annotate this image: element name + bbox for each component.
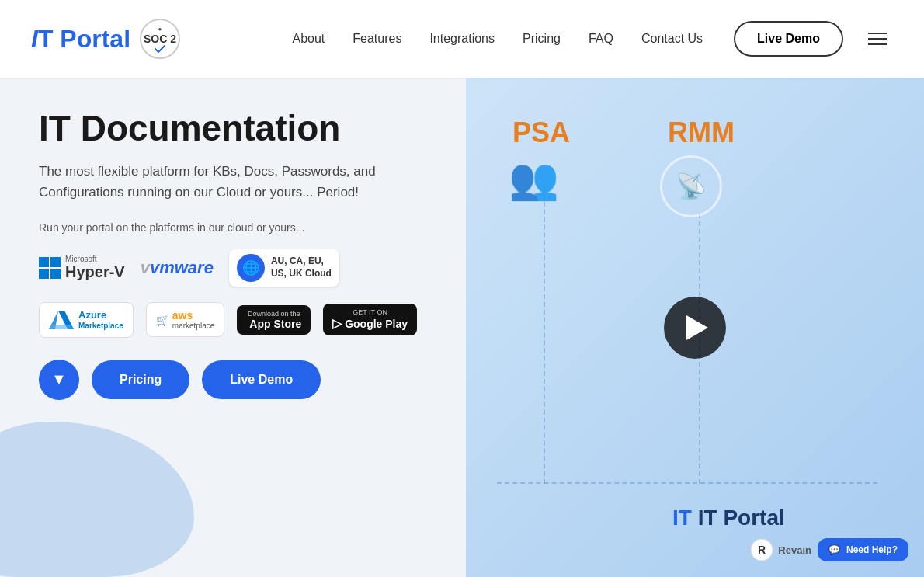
rmm-broadcast-icon: 📡	[660, 155, 722, 217]
hyperv-label: Hyper-V	[65, 263, 125, 280]
logo-i: I	[31, 25, 38, 53]
logo-area: IT Portal ● SOC 2	[31, 19, 180, 59]
hyperv-logo: Microsoft Hyper-V	[39, 255, 125, 280]
nav-integrations[interactable]: Integrations	[429, 32, 495, 46]
globe-cloud-badge: 🌐 AU, CA, EU,US, UK Cloud	[229, 249, 339, 287]
play-triangle-icon	[686, 315, 708, 340]
vmware-logo: vvmware	[141, 258, 214, 278]
googleplay-label: Google Play	[345, 318, 408, 330]
revain-widget: R Revain 💬 Need Help?	[750, 538, 908, 561]
revain-logo-area: R Revain	[750, 538, 811, 561]
svg-marker-2	[49, 325, 74, 329]
watermark-it: IT	[672, 506, 698, 530]
dashed-line-horizontal	[497, 482, 877, 484]
cta-buttons: ▼ Pricing Live Demo	[39, 360, 435, 400]
header-wrapper: IT Portal ● SOC 2 About Features Integra…	[0, 0, 924, 78]
revain-chat-widget: R Revain 💬 Need Help?	[750, 538, 908, 561]
hamburger-menu[interactable]	[862, 26, 893, 51]
header: IT Portal ● SOC 2 About Features Integra…	[0, 0, 924, 78]
win-q1	[39, 257, 49, 267]
appstore-big-text: App Store	[246, 318, 301, 330]
hamburger-line-2	[868, 38, 887, 40]
appstore-small-text: Download on the	[248, 310, 300, 318]
nav-contact[interactable]: Contact Us	[641, 32, 703, 46]
chat-bubble-text: Need Help?	[846, 544, 898, 555]
pricing-button[interactable]: Pricing	[92, 360, 189, 399]
googleplay-big-text: ▷ Google Play	[332, 316, 408, 331]
aws-text: aws marketplace	[172, 309, 214, 330]
aws-cart-icon: 🛒	[156, 314, 169, 326]
hyperv-text: Microsoft Hyper-V	[65, 255, 125, 280]
soc2-badge: ● SOC 2	[140, 19, 180, 59]
nav-features[interactable]: Features	[353, 32, 401, 46]
googleplay-small-text: GET IT ON	[353, 308, 387, 316]
chat-message-icon: 💬	[828, 544, 840, 555]
hyperv-microsoft: Microsoft	[65, 255, 125, 263]
live-demo-button[interactable]: Live Demo	[202, 360, 321, 399]
win-q3	[39, 269, 49, 279]
vmware-rest: vmware	[150, 258, 214, 277]
appstore-badge[interactable]: Download on the App Store	[237, 305, 311, 335]
marketplace-logos-row2: Azure Marketplace 🛒 aws marketplace Down…	[39, 302, 435, 338]
globe-icon: 🌐	[237, 254, 265, 282]
revain-label: Revain	[778, 544, 811, 556]
psa-people-icon: 👥	[509, 155, 559, 203]
scroll-down-button[interactable]: ▼	[39, 360, 79, 400]
logo-text: IT Portal	[31, 25, 130, 54]
win-q2	[50, 257, 61, 267]
azure-top: Azure	[78, 309, 123, 322]
soc2-checkmark	[155, 45, 165, 53]
globe-text: AU, CA, EU,US, UK Cloud	[271, 255, 332, 280]
chat-bubble[interactable]: 💬 Need Help?	[818, 538, 908, 561]
hamburger-line-3	[868, 43, 887, 45]
appstore-label: App Store	[249, 318, 301, 330]
hero-subtitle: The most flexible platform for KBs, Docs…	[39, 161, 435, 203]
soc2-icon: ●	[158, 26, 162, 33]
azure-bottom: Marketplace	[78, 322, 123, 331]
header-live-demo-button[interactable]: Live Demo	[734, 21, 843, 57]
page-title: IT Documentation	[39, 109, 435, 148]
nav-pricing[interactable]: Pricing	[523, 32, 561, 46]
main-section: IT Documentation The most flexible platf…	[0, 78, 924, 577]
dashed-line-vertical-1	[544, 186, 545, 484]
it-portal-watermark: IT IT Portal	[672, 506, 785, 530]
nav-about[interactable]: About	[292, 32, 325, 46]
azure-badge: Azure Marketplace	[39, 302, 134, 338]
windows-icon	[39, 257, 61, 279]
chevron-down-icon: ▼	[51, 370, 67, 388]
googleplay-badge[interactable]: GET IT ON ▷ Google Play	[323, 304, 417, 335]
aws-badge: 🛒 aws marketplace	[146, 302, 224, 337]
aws-sub: marketplace	[172, 322, 214, 330]
vmware-v: v	[141, 258, 150, 277]
nav-faq[interactable]: FAQ	[589, 32, 613, 46]
azure-icon	[49, 309, 74, 331]
hamburger-line-1	[868, 33, 887, 34]
play-store-icon: ▷	[332, 316, 342, 331]
main-nav: About Features Integrations Pricing FAQ …	[292, 32, 703, 46]
platform-logos-row1: Microsoft Hyper-V vvmware 🌐 AU, CA, EU,U…	[39, 249, 435, 287]
svg-text:R: R	[758, 544, 766, 556]
hero-video-area: PSA 👥 RMM 📡 IT IT Portal	[466, 78, 924, 577]
platforms-label: Run your portal on the platforms in our …	[39, 221, 435, 234]
rmm-label: RMM	[668, 116, 735, 149]
aws-label: aws	[172, 309, 214, 322]
win-q4	[50, 269, 61, 279]
revain-icon: R	[750, 538, 773, 561]
watermark-portal: IT Portal	[698, 506, 785, 530]
soc2-num: SOC 2	[144, 33, 176, 45]
azure-text: Azure Marketplace	[78, 309, 123, 331]
play-button[interactable]	[664, 297, 726, 359]
psa-label: PSA	[512, 116, 570, 149]
logo-t: T Portal	[38, 25, 130, 53]
video-placeholder[interactable]: PSA 👥 RMM 📡 IT IT Portal	[466, 78, 924, 577]
